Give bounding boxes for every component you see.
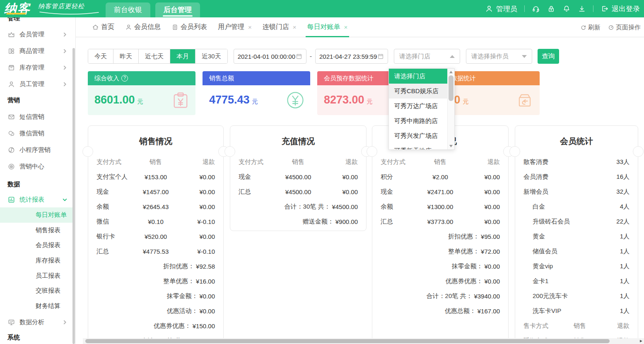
refund-amount: ¥0.00: [321, 173, 358, 180]
sidebar-item-marketing-center[interactable]: 营销中心: [0, 158, 72, 175]
store-option-placeholder[interactable]: 请选择门店: [389, 69, 448, 84]
sale-amount: ¥3773.00: [418, 218, 463, 225]
horizontal-scrollbar[interactable]: [83, 338, 644, 344]
operator-select[interactable]: 请选择操作员: [466, 49, 532, 64]
summary-label: 优惠活动：: [166, 307, 198, 315]
help-icon[interactable]: ?: [121, 75, 128, 82]
tab-daily-statement[interactable]: 每日对账单 ×: [307, 17, 348, 37]
download-button[interactable]: [578, 5, 586, 13]
scroll-up-icon[interactable]: [449, 71, 453, 73]
sidebar-item-data-analysis[interactable]: 数据分析: [0, 314, 72, 330]
arrow-up-icon: [450, 55, 455, 58]
summary-label: 折扣优惠：: [163, 262, 194, 270]
scroll-right-icon[interactable]: [640, 340, 642, 342]
top-right-actions: 管理员 退出登录: [485, 0, 640, 17]
sidebar-subitem-report[interactable]: 财务结算: [0, 298, 72, 314]
table-row: 现金 ¥1457.00 ¥0.00: [96, 184, 215, 199]
date-range-separator: -: [310, 53, 312, 60]
store-option[interactable]: 可秀CBD娱乐店: [389, 84, 448, 99]
chevron-right-icon: [62, 320, 68, 325]
member-stat-row: 黄金 1人: [523, 229, 630, 244]
refund-amount: ¥0.00: [178, 173, 215, 180]
sidebar-item-member-manage[interactable]: 会员管理: [0, 26, 72, 43]
member-stat-value: 4人: [620, 203, 630, 211]
clipboard-yen-icon: [171, 90, 191, 110]
scroll-thumb[interactable]: [85, 339, 610, 343]
current-user[interactable]: 管理员: [485, 4, 517, 14]
stat-cards: 综合收入? 8601.00元 销售总额 4775.43元 会员预存数据统计 82…: [88, 71, 540, 115]
end-date-input[interactable]: 2021-04-27 23:59:59: [315, 49, 388, 64]
sidebar-subitem-report[interactable]: 每日对账单: [0, 207, 72, 223]
member-stat-label: 白金: [523, 203, 620, 211]
close-icon[interactable]: ×: [248, 24, 252, 31]
sales-total-value: 4775.43: [209, 94, 250, 106]
box-return-icon: [515, 90, 535, 110]
sidebar-subitem-report[interactable]: 库存报表: [0, 253, 72, 268]
nav-backend-manage[interactable]: 后台管理: [155, 2, 200, 17]
refresh-button[interactable]: 刷新: [580, 24, 601, 31]
sidebar-subitem-report[interactable]: 员工报表: [0, 268, 72, 284]
sidebar-item-goods-manage[interactable]: 商品管理: [0, 43, 72, 59]
range-last7-button[interactable]: 近七天: [138, 49, 170, 63]
crown-icon: [7, 31, 15, 38]
sidebar-item-miniapp-marketing[interactable]: 小程序营销: [0, 142, 72, 158]
range-today-button[interactable]: 今天: [88, 49, 113, 63]
sidebar-item-stock-manage[interactable]: 库存管理: [0, 59, 72, 76]
query-button[interactable]: 查询: [538, 49, 559, 64]
range-yesterday-button[interactable]: 昨天: [113, 49, 138, 63]
store-option[interactable]: 可秀中南路的店: [389, 113, 448, 128]
scroll-down-icon[interactable]: [449, 145, 453, 147]
pay-method: 汇总: [96, 248, 133, 255]
refund-amount: ¥0.00: [463, 218, 500, 225]
support-button[interactable]: [532, 5, 540, 13]
logout-button[interactable]: 退出登录: [601, 4, 640, 14]
sidebar-item-staff-manage[interactable]: 员工管理: [0, 76, 72, 92]
close-icon[interactable]: ×: [344, 24, 348, 31]
summary-label: 抹零金额：: [451, 262, 482, 270]
refund-amount: ¥0.00: [321, 188, 358, 195]
page-operations-button[interactable]: 页面操作: [608, 24, 641, 31]
sidebar-subitem-report[interactable]: 会员报表: [0, 238, 72, 253]
chevron-right-icon: [62, 65, 68, 70]
sidebar-subitem-report[interactable]: 交班报表: [0, 283, 72, 298]
sales-rows: 支付宝个人 ¥153.00 ¥0.00 现金 ¥1457.00 ¥0.00 余额: [96, 169, 215, 259]
dropdown-scrollbar[interactable]: [447, 69, 454, 149]
scroll-thumb[interactable]: [449, 75, 453, 101]
lock-icon: [547, 5, 555, 13]
stat-card-total-income: 综合收入? 8601.00元: [88, 71, 195, 115]
store-option[interactable]: 可秀万达广场店: [389, 99, 448, 113]
notifications-button[interactable]: [562, 5, 571, 13]
sidebar-item-wechat-marketing[interactable]: 微信营销: [0, 125, 72, 142]
store-select[interactable]: 请选择门店: [394, 49, 460, 64]
member-stat-value: 1人: [620, 248, 630, 255]
store-option[interactable]: 可秀兴发广场店: [389, 128, 448, 143]
tab-home[interactable]: 首页: [92, 17, 114, 37]
table-row: 汇总 ¥4775.53 ¥-0.10: [96, 244, 215, 259]
refresh-icon: [580, 24, 586, 31]
summary-row: 赠送金额： ¥900.00: [239, 214, 358, 229]
member-stat-row: 新增会员 32人: [523, 184, 630, 199]
sidebar-item-report-center[interactable]: 统计报表: [0, 191, 72, 208]
sidebar-scrollbar[interactable]: [72, 48, 75, 344]
nav-front-cashier[interactable]: 前台收银: [106, 2, 150, 17]
close-icon[interactable]: ×: [293, 24, 297, 31]
refund-amount: ¥0.00: [463, 173, 500, 180]
calendar-icon: [377, 53, 384, 60]
sidebar-subitem-report[interactable]: 销售报表: [0, 223, 72, 238]
range-last30-button[interactable]: 近30天: [195, 49, 227, 63]
summary-row: 合计：30笔 共： ¥4500.00: [239, 199, 358, 214]
sidebar-item-sms-marketing[interactable]: 短信营销: [0, 108, 72, 125]
lock-button[interactable]: [547, 5, 555, 13]
tab-member-list[interactable]: 会员列表: [171, 17, 207, 37]
tab-chain-store[interactable]: 连锁门店 ×: [263, 17, 297, 37]
range-this-month-button[interactable]: 本月: [170, 49, 195, 63]
sale-amount: ¥1300.00: [418, 203, 463, 210]
summary-row: 整单优惠： ¥72.00: [381, 244, 500, 259]
store-option-partial[interactable]: 可秀新天地店: [389, 143, 448, 150]
start-date-input[interactable]: 2021-04-01 00:00:00: [234, 49, 306, 64]
tab-member-info[interactable]: 会员信息: [125, 17, 161, 37]
summary-value: ¥92.58: [196, 263, 215, 270]
tab-user-manage[interactable]: 用户管理 ×: [218, 17, 252, 37]
member-stat-row: 会员消费 16人: [523, 169, 630, 184]
member-stat-row: 散客消费 33人: [523, 154, 630, 169]
